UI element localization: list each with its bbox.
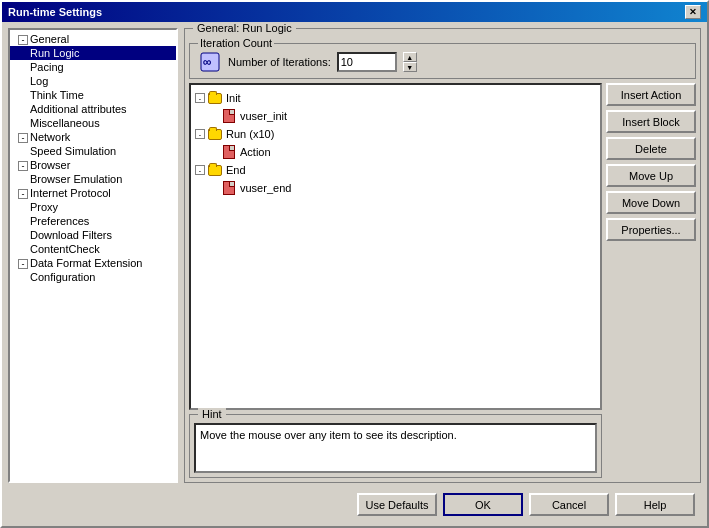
sidebar-label-think-time: Think Time — [30, 89, 84, 101]
sidebar-label-additional-attributes: Additional attributes — [30, 103, 127, 115]
spin-up-button[interactable]: ▲ — [403, 52, 417, 62]
content-tree[interactable]: - Init - — [189, 83, 602, 410]
title-bar-buttons: ✕ — [685, 5, 701, 19]
hint-text: Move the mouse over any item to see its … — [200, 429, 457, 441]
action-buttons-panel: Insert Action Insert Block Delete Move U… — [606, 83, 696, 478]
title-bar: Run-time Settings ✕ — [2, 2, 707, 22]
ct-label-init: Init — [226, 92, 241, 104]
window-content: - General Run Logic Pacing Log — [2, 22, 707, 526]
iteration-row: ∞ Number of Iterations: ▲ ▼ — [194, 50, 691, 74]
script-icon-action — [221, 144, 237, 160]
script-icon-vuser-end — [221, 180, 237, 196]
folder-icon-end — [207, 162, 223, 178]
sidebar-label-download-filters: Download Filters — [30, 229, 112, 241]
sidebar-label-speed-simulation: Speed Simulation — [30, 145, 116, 157]
ct-item-init[interactable]: - Init — [195, 89, 596, 107]
sidebar-item-browser-emulation[interactable]: Browser Emulation — [10, 172, 176, 186]
infinity-icon: ∞ — [198, 50, 222, 74]
right-content: General: Run Logic Iteration Count ∞ — [184, 28, 701, 483]
tree-and-hint-area: - Init - — [189, 83, 602, 478]
expand-data-format[interactable]: - — [18, 259, 28, 269]
group-title: General: Run Logic — [193, 22, 296, 34]
main-window: Run-time Settings ✕ - General Run Logic — [0, 0, 709, 528]
ct-label-vuser-init: vuser_init — [240, 110, 287, 122]
sidebar-item-proxy[interactable]: Proxy — [10, 200, 176, 214]
expand-end[interactable]: - — [195, 165, 205, 175]
sidebar-item-network[interactable]: - Network — [10, 130, 176, 144]
expand-internet-protocol[interactable]: - — [18, 189, 28, 199]
sidebar-item-general[interactable]: - General — [10, 32, 176, 46]
run-logic-group: General: Run Logic Iteration Count ∞ — [184, 28, 701, 483]
sidebar-tree[interactable]: - General Run Logic Pacing Log — [8, 28, 178, 483]
sidebar-label-general: General — [30, 33, 69, 45]
ct-label-vuser-end: vuser_end — [240, 182, 291, 194]
ct-label-run: Run (x10) — [226, 128, 274, 140]
hint-content: Move the mouse over any item to see its … — [194, 423, 597, 473]
bottom-bar: Use Defaults OK Cancel Help — [8, 489, 701, 520]
sidebar-label-content-check: ContentCheck — [30, 243, 100, 255]
sidebar-label-internet-protocol: Internet Protocol — [30, 187, 111, 199]
spin-down-button[interactable]: ▼ — [403, 62, 417, 72]
sidebar-item-content-check[interactable]: ContentCheck — [10, 242, 176, 256]
expand-network[interactable]: - — [18, 133, 28, 143]
window-title: Run-time Settings — [8, 6, 102, 18]
num-iterations-label: Number of Iterations: — [228, 56, 331, 68]
sidebar-label-miscellaneous: Miscellaneous — [30, 117, 100, 129]
hint-group: Hint Move the mouse over any item to see… — [189, 414, 602, 478]
sidebar-label-log: Log — [30, 75, 48, 87]
sidebar-item-speed-simulation[interactable]: Speed Simulation — [10, 144, 176, 158]
ct-item-vuser-end[interactable]: - vuser_end — [195, 179, 596, 197]
expand-browser[interactable]: - — [18, 161, 28, 171]
expand-general[interactable]: - — [18, 35, 28, 45]
sidebar-label-configuration: Configuration — [30, 271, 95, 283]
properties-button[interactable]: Properties... — [606, 218, 696, 241]
move-up-button[interactable]: Move Up — [606, 164, 696, 187]
svg-text:∞: ∞ — [203, 55, 212, 69]
folder-icon-run — [207, 126, 223, 142]
sidebar-item-data-format-extension[interactable]: - Data Format Extension — [10, 256, 176, 270]
hint-title: Hint — [198, 408, 226, 420]
sidebar-label-pacing: Pacing — [30, 61, 64, 73]
sidebar-label-browser-emulation: Browser Emulation — [30, 173, 122, 185]
sidebar-label-proxy: Proxy — [30, 201, 58, 213]
cancel-button[interactable]: Cancel — [529, 493, 609, 516]
script-icon-vuser-init — [221, 108, 237, 124]
tree-and-actions: - Init - — [189, 83, 696, 478]
delete-button[interactable]: Delete — [606, 137, 696, 160]
sidebar-item-think-time[interactable]: Think Time — [10, 88, 176, 102]
sidebar-item-browser[interactable]: - Browser — [10, 158, 176, 172]
ct-item-run[interactable]: - Run (x10) — [195, 125, 596, 143]
sidebar-label-browser: Browser — [30, 159, 70, 171]
expand-init[interactable]: - — [195, 93, 205, 103]
sidebar-item-internet-protocol[interactable]: - Internet Protocol — [10, 186, 176, 200]
sidebar-item-download-filters[interactable]: Download Filters — [10, 228, 176, 242]
sidebar-label-run-logic: Run Logic — [30, 47, 80, 59]
iteration-count-group: Iteration Count ∞ Number of Iterations: — [189, 43, 696, 79]
sidebar-label-network: Network — [30, 131, 70, 143]
move-down-button[interactable]: Move Down — [606, 191, 696, 214]
insert-block-button[interactable]: Insert Block — [606, 110, 696, 133]
ct-item-end[interactable]: - End — [195, 161, 596, 179]
sidebar-item-pacing[interactable]: Pacing — [10, 60, 176, 74]
sidebar-item-configuration[interactable]: Configuration — [10, 270, 176, 284]
use-defaults-button[interactable]: Use Defaults — [357, 493, 437, 516]
expand-run[interactable]: - — [195, 129, 205, 139]
ct-label-action: Action — [240, 146, 271, 158]
close-button[interactable]: ✕ — [685, 5, 701, 19]
iteration-count-label: Iteration Count — [198, 37, 274, 49]
sidebar-item-log[interactable]: Log — [10, 74, 176, 88]
num-iterations-input[interactable] — [337, 52, 397, 72]
sidebar-item-additional-attributes[interactable]: Additional attributes — [10, 102, 176, 116]
ct-item-action[interactable]: - Action — [195, 143, 596, 161]
main-area: - General Run Logic Pacing Log — [8, 28, 701, 483]
ct-label-end: End — [226, 164, 246, 176]
sidebar-label-preferences: Preferences — [30, 215, 89, 227]
ok-button[interactable]: OK — [443, 493, 523, 516]
help-button[interactable]: Help — [615, 493, 695, 516]
ct-item-vuser-init[interactable]: - vuser_init — [195, 107, 596, 125]
sidebar-item-miscellaneous[interactable]: Miscellaneous — [10, 116, 176, 130]
sidebar-item-preferences[interactable]: Preferences — [10, 214, 176, 228]
sidebar-item-run-logic[interactable]: Run Logic — [10, 46, 176, 60]
folder-icon-init — [207, 90, 223, 106]
insert-action-button[interactable]: Insert Action — [606, 83, 696, 106]
